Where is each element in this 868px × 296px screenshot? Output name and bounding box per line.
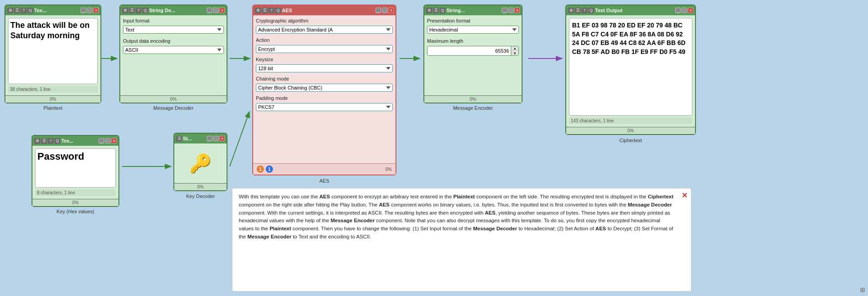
key-decoder-body: 🔑 <box>174 144 227 183</box>
list-icon-4[interactable]: ☰ <box>433 8 439 13</box>
gear-icon-3[interactable]: ⚙ <box>255 8 261 13</box>
max-length-label: Maximum length <box>427 38 519 44</box>
max-length-input[interactable]: 65536 <box>427 46 511 55</box>
spinner-down[interactable]: ▼ <box>511 51 518 55</box>
message-decoder-footer: 0% <box>120 95 227 103</box>
keysize-select[interactable]: 128 bit <box>256 64 393 72</box>
ciphertext-header: ⚙ ☰ ? Q Text Output _ □ ✕ <box>566 5 695 15</box>
list-icon-5[interactable]: ☰ <box>575 8 581 13</box>
list-icon[interactable]: ☰ <box>14 8 20 13</box>
badge-2: 1 <box>266 166 273 173</box>
action-select[interactable]: Encrypt <box>256 45 393 53</box>
list-icon-7[interactable]: ☰ <box>176 136 182 142</box>
close-btn-4[interactable]: ✕ <box>514 8 520 13</box>
key-decoder-node: ☰ St... _ □ ✕ 🔑 0% <box>173 133 227 191</box>
spinner-up[interactable]: ▲ <box>511 46 518 51</box>
input-format-label: Input format <box>123 18 224 23</box>
list-icon-3[interactable]: ☰ <box>262 8 268 13</box>
presentation-label: Presentation format <box>427 18 519 23</box>
plaintext-label: Plaintext <box>5 105 101 111</box>
plaintext-header: ⚙ ☰ ? Q Tex... _ □ ✕ <box>5 5 100 15</box>
max-length-spinner[interactable]: 65536 ▲ ▼ <box>427 46 519 56</box>
input-format-select[interactable]: Text <box>123 26 224 34</box>
minimize-btn-5[interactable]: _ <box>675 8 681 13</box>
badge-1: 1 <box>257 166 264 173</box>
list-icon-6[interactable]: ☰ <box>41 138 47 144</box>
maximize-btn-3[interactable]: □ <box>382 8 387 13</box>
key-label: Key (Hex values) <box>32 209 119 214</box>
message-decoder-node: ⚙ ☰ ? Q String De... _ □ ✕ Input format … <box>119 4 227 103</box>
info-icon-3[interactable]: ? <box>268 8 274 13</box>
key-title: Tex... <box>61 138 98 144</box>
key-footer: 0% <box>32 199 118 206</box>
minimize-btn-7[interactable]: _ <box>207 136 212 141</box>
crypto-algo-label: Cryptographic algorithm <box>256 18 393 23</box>
maximize-btn-7[interactable]: □ <box>213 136 218 141</box>
close-btn-2[interactable]: ✕ <box>219 8 225 13</box>
message-encoder-footer: 0% <box>424 95 522 103</box>
gear-icon-6[interactable]: ⚙ <box>34 138 40 144</box>
list-icon-2[interactable]: ☰ <box>129 8 135 13</box>
ciphertext-body: B1 EF 03 98 78 20 ED EF 20 79 48 BC 5A F… <box>566 15 695 127</box>
plaintext-title: Tex... <box>34 8 80 13</box>
message-decoder-label: Message Decoder <box>119 105 227 111</box>
key-body: Password 8 characters, 1 line <box>32 146 118 199</box>
maximize-btn[interactable]: □ <box>87 8 92 13</box>
message-encoder-header: ⚙ ☰ Q String... _ □ ✕ <box>424 5 522 15</box>
plaintext-charcount: 38 characters, 1 line <box>8 86 98 93</box>
search-icon[interactable]: Q <box>27 8 33 13</box>
output-encoding-select[interactable]: ASCII <box>123 46 224 54</box>
gear-icon-2[interactable]: ⚙ <box>122 8 128 13</box>
search-icon-6[interactable]: Q <box>55 138 60 144</box>
info-icon[interactable]: ? <box>21 8 27 13</box>
aes-header: ⚙ ☰ ? Q AES _ □ ✕ <box>253 5 395 15</box>
gear-icon-5[interactable]: ⚙ <box>568 8 574 13</box>
key-charcount: 8 characters, 1 line <box>35 189 116 196</box>
message-decoder-body: Input format Text Output data encoding A… <box>120 15 227 95</box>
minimize-btn-4[interactable]: _ <box>502 8 507 13</box>
info-icon-2[interactable]: ? <box>136 8 141 13</box>
close-btn-7[interactable]: ✕ <box>219 136 225 141</box>
minimize-btn-6[interactable]: _ <box>99 138 104 144</box>
info-icon-5[interactable]: ? <box>582 8 587 13</box>
aes-footer-progress: 0% <box>386 167 392 172</box>
crypto-algo-select[interactable]: Advanced Encryption Standard (A <box>256 26 393 34</box>
minimize-btn[interactable]: _ <box>81 8 86 13</box>
aes-title: AES <box>282 8 375 13</box>
close-btn-5[interactable]: ✕ <box>688 8 693 13</box>
action-label: Action <box>256 37 393 43</box>
plaintext-footer: 0% <box>5 95 100 103</box>
description-box: ✕ With this template you can use the AES… <box>232 188 691 292</box>
search-icon-2[interactable]: Q <box>142 8 148 13</box>
search-icon-4[interactable]: Q <box>440 8 445 13</box>
gear-icon-4[interactable]: ⚙ <box>426 8 432 13</box>
output-encoding-label: Output data encoding <box>123 38 224 44</box>
maximize-btn-4[interactable]: □ <box>508 8 514 13</box>
ciphertext-text[interactable]: B1 EF 03 98 78 20 ED EF 20 79 48 BC 5A F… <box>569 18 692 116</box>
search-icon-5[interactable]: Q <box>588 8 594 13</box>
maximize-btn-5[interactable]: □ <box>682 8 687 13</box>
description-close[interactable]: ✕ <box>682 190 687 201</box>
padding-select[interactable]: PKCS7 <box>256 103 393 111</box>
maximize-btn-6[interactable]: □ <box>105 138 110 144</box>
minimize-btn-3[interactable]: _ <box>376 8 381 13</box>
message-encoder-title: String... <box>446 8 501 13</box>
close-btn[interactable]: ✕ <box>93 8 99 13</box>
ciphertext-controls: _ □ ✕ <box>675 8 693 13</box>
presentation-select[interactable]: Hexadecimal <box>427 26 519 34</box>
key-decoder-controls: _ □ ✕ <box>207 136 225 141</box>
maximize-btn-2[interactable]: □ <box>213 8 218 13</box>
close-btn-3[interactable]: ✕ <box>388 8 394 13</box>
search-icon-3[interactable]: Q <box>275 8 281 13</box>
ciphertext-label: Ciphertext <box>565 138 696 143</box>
minimize-btn-2[interactable]: _ <box>207 8 212 13</box>
plaintext-text[interactable]: The attack will be on Saturday morning <box>8 18 98 84</box>
message-encoder-body: Presentation format Hexadecimal Maximum … <box>424 15 522 95</box>
gear-icon[interactable]: ⚙ <box>7 8 13 13</box>
ciphertext-title: Text Output <box>595 8 674 13</box>
close-btn-6[interactable]: ✕ <box>111 138 117 144</box>
chaining-select[interactable]: Cipher Block Chaining (CBC) <box>256 84 393 92</box>
info-icon-6[interactable]: ? <box>48 138 54 144</box>
aes-body: Cryptographic algorithm Advanced Encrypt… <box>253 15 395 163</box>
key-text[interactable]: Password <box>35 148 116 188</box>
